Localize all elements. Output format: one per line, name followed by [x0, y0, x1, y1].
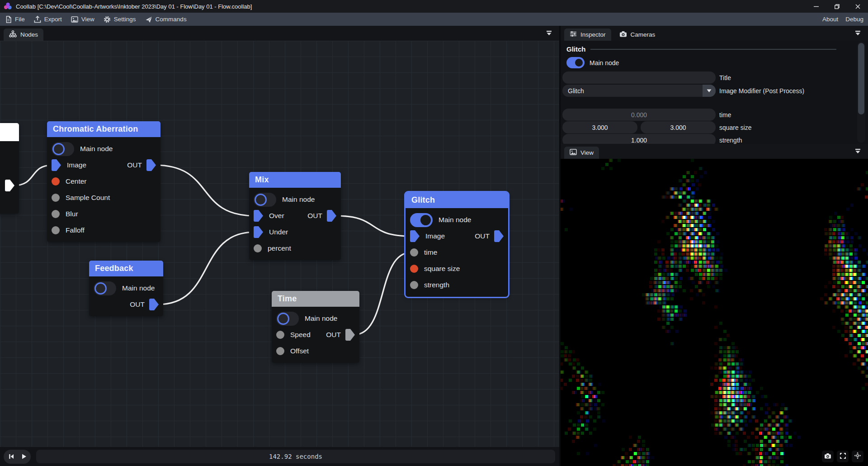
- menu-debug[interactable]: Debug: [845, 16, 863, 23]
- output-pin[interactable]: [345, 329, 355, 341]
- pin-label-main-node: Main node: [122, 284, 155, 292]
- input-pin-blur[interactable]: [52, 210, 60, 218]
- main-node-toggle[interactable]: [52, 142, 74, 156]
- tab-inspector-label: Inspector: [580, 31, 606, 38]
- pin-label-under: Under: [269, 228, 288, 236]
- output-pin[interactable]: [5, 180, 14, 191]
- export-icon: [34, 16, 41, 23]
- pin-label-image: Image: [67, 161, 86, 169]
- render-view: [561, 159, 868, 466]
- menu-about[interactable]: About: [822, 16, 838, 23]
- tab-inspector[interactable]: Inspector: [564, 29, 611, 41]
- menu-export[interactable]: Export: [34, 16, 62, 23]
- pin-label-speed: Speed: [290, 331, 311, 339]
- output-pin[interactable]: [146, 159, 156, 171]
- node-feedback[interactable]: FeedbackMain nodeOUT: [89, 261, 163, 316]
- maximize-button[interactable]: [826, 0, 847, 13]
- main-node-toggle[interactable]: [410, 213, 433, 227]
- timeline-time: 142.92 seconds: [269, 453, 322, 460]
- menu-commands[interactable]: Commands: [145, 16, 187, 23]
- pin-label-strength: strength: [424, 281, 449, 289]
- inspector-section-title: Glitch: [566, 45, 586, 53]
- value-field-square-size[interactable]: 3.000: [562, 121, 637, 133]
- node-glitch[interactable]: GlitchMain nodeImageOUTtimesquare sizest…: [406, 192, 508, 297]
- input-pin-under[interactable]: [254, 226, 263, 238]
- pin-label-sample-count: Sample Count: [66, 194, 110, 202]
- pin-label-image: Image: [425, 232, 445, 240]
- menu-settings-label: Settings: [114, 16, 136, 23]
- input-pin-image[interactable]: [52, 159, 61, 171]
- inspector-panel: Glitch Main node Title Glitch Image Modi…: [561, 41, 868, 144]
- main-node-label: Main node: [590, 59, 619, 67]
- menu-file[interactable]: File: [5, 16, 25, 23]
- input-pin-image[interactable]: [410, 230, 420, 242]
- input-pin-over[interactable]: [254, 210, 263, 222]
- value-field-time[interactable]: 0.000: [562, 109, 716, 121]
- node-row: OUT: [89, 296, 163, 313]
- input-pin-speed[interactable]: [276, 331, 284, 339]
- pin-label-time: time: [424, 248, 437, 257]
- menu-file-label: File: [15, 16, 25, 23]
- toggle-knob: [420, 214, 432, 226]
- node-graph-canvas[interactable]: Chromatic AberrationMain nodeImageOUTCen…: [0, 41, 559, 447]
- menu-commands-label: Commands: [156, 16, 187, 23]
- menu-settings[interactable]: Settings: [104, 16, 136, 23]
- skip-to-start-button[interactable]: [5, 451, 17, 462]
- collapse-tab-bar-icon[interactable]: [851, 146, 864, 157]
- node-chromatic-aberration[interactable]: Chromatic AberrationMain nodeImageOUTCen…: [47, 121, 160, 242]
- view-controls-button[interactable]: [852, 451, 863, 462]
- node-source[interactable]: [0, 123, 19, 214]
- nodes-icon: [9, 30, 17, 39]
- render-output[interactable]: [561, 159, 868, 466]
- node-time[interactable]: TimeMain nodeSpeedOUTOffset: [272, 291, 359, 363]
- menu-view[interactable]: View: [71, 16, 94, 23]
- send-icon: [145, 16, 152, 23]
- play-button[interactable]: [18, 451, 29, 462]
- tab-cameras[interactable]: Cameras: [614, 29, 661, 41]
- gear-icon: [104, 16, 111, 23]
- fullscreen-button[interactable]: [837, 451, 849, 462]
- input-pin-center[interactable]: [52, 177, 60, 185]
- screenshot-button[interactable]: [822, 451, 834, 462]
- value-field-square-size[interactable]: 3.000: [641, 121, 716, 133]
- collapse-tab-bar-icon[interactable]: [851, 28, 864, 39]
- main-node-toggle[interactable]: [566, 57, 585, 68]
- param-label-time: time: [719, 111, 731, 119]
- output-pin[interactable]: [327, 210, 336, 222]
- node-type-dropdown[interactable]: Glitch: [562, 85, 716, 97]
- tab-view[interactable]: View: [564, 147, 599, 159]
- main-node-toggle[interactable]: [276, 312, 299, 326]
- input-pin-square-size[interactable]: [410, 265, 418, 273]
- camera-icon: [824, 452, 831, 461]
- input-pin-sample-count[interactable]: [52, 194, 60, 202]
- toggle-knob: [94, 282, 107, 295]
- timeline-track[interactable]: 142.92 seconds: [36, 450, 555, 463]
- pin-label-center: Center: [66, 177, 87, 185]
- inspector-scrollbar-thumb[interactable]: [858, 43, 864, 114]
- output-pin[interactable]: [149, 299, 159, 310]
- input-pin-strength[interactable]: [410, 281, 418, 289]
- minimize-button[interactable]: [806, 0, 826, 13]
- input-pin-offset[interactable]: [276, 347, 284, 355]
- close-button[interactable]: [847, 0, 868, 13]
- value-field-strength[interactable]: 1.000: [562, 134, 716, 144]
- node-mix[interactable]: MixMain nodeOverOUTUnderpercent: [249, 172, 341, 260]
- title-bar: Coollab [C:\Dev\Cool\Coollab-Artworks\In…: [0, 0, 868, 13]
- main-node-toggle[interactable]: [254, 193, 276, 207]
- input-pin-time[interactable]: [410, 248, 418, 257]
- main-node-toggle[interactable]: [94, 281, 116, 295]
- menu-bar: FileExportViewSettingsCommands AboutDebu…: [0, 13, 868, 26]
- output-label: OUT: [307, 212, 322, 220]
- inspector-scrollbar-track[interactable]: [857, 42, 865, 143]
- title-input[interactable]: [562, 71, 716, 84]
- view-tab-bar: View: [561, 144, 868, 159]
- output-pin[interactable]: [494, 230, 504, 242]
- input-pin-percent[interactable]: [254, 244, 262, 252]
- pin-label-square-size: square size: [424, 265, 460, 273]
- collapse-tab-bar-icon[interactable]: [542, 28, 556, 39]
- input-pin-falloff[interactable]: [52, 226, 60, 234]
- chevron-down-icon[interactable]: [703, 85, 716, 97]
- tab-nodes[interactable]: Nodes: [4, 29, 43, 41]
- node-title: Glitch: [406, 192, 508, 208]
- nodes-tab-bar: Nodes: [0, 26, 559, 41]
